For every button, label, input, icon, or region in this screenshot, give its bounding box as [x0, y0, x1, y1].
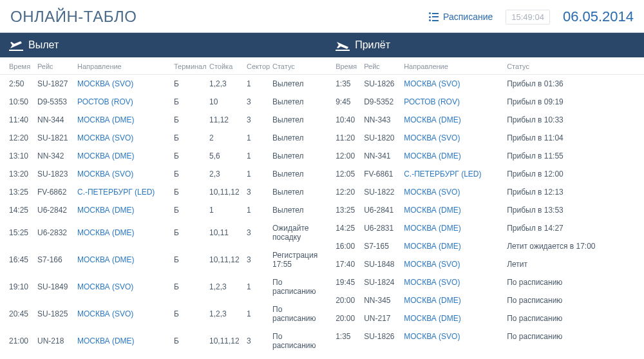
- cell-desk: 10,11,12: [209, 255, 247, 264]
- cell-flight: UN-218: [37, 336, 77, 345]
- cell-time: 20:00: [336, 314, 364, 323]
- departures-title: Вылет: [28, 39, 59, 51]
- arrivals-header: Прилёт: [327, 33, 644, 57]
- destination-link[interactable]: МОСКВА (DME): [404, 115, 461, 124]
- cell-flight: U6-2841: [364, 206, 404, 215]
- destination-link[interactable]: МОСКВА (DME): [77, 228, 135, 237]
- destination-link[interactable]: С.-ПЕТЕРБУРГ (LED): [404, 170, 481, 179]
- cell-flight: SU-1827: [37, 79, 77, 88]
- departures-body: 2:50SU-1827МОСКВА (SVO)Б1,2,31Вылетел10:…: [0, 75, 327, 359]
- page-header: ОНЛАЙН-ТАБЛО Расписание 15:49:04 06.05.2…: [0, 0, 644, 33]
- cell-flight: U6-2842: [37, 206, 77, 215]
- cell-status: Прибыл в 09:19: [507, 97, 635, 106]
- cell-desk: 1,2,3: [209, 282, 247, 291]
- cell-terminal: Б: [174, 309, 209, 318]
- cell-status: Ожидайте посадку: [272, 224, 317, 242]
- cell-time: 16:45: [9, 255, 37, 264]
- col-destination: Направление: [77, 63, 174, 70]
- cell-flight: FV-6862: [37, 188, 77, 197]
- cell-time: 10:40: [336, 115, 364, 124]
- cell-desk: 1,2,3: [209, 79, 247, 88]
- cell-status: Вылетел: [272, 133, 317, 142]
- table-row: 19:45SU-1824МОСКВА (SVO)По расписанию: [327, 273, 644, 291]
- date[interactable]: 06.05.2014: [563, 8, 634, 25]
- cell-time: 10:50: [9, 97, 37, 106]
- table-row: 19:10SU-1849МОСКВА (SVO)Б1,2,31По распис…: [0, 273, 327, 300]
- destination-link[interactable]: МОСКВА (DME): [404, 296, 461, 305]
- col-time: Время: [336, 63, 364, 70]
- cell-status: Прибыл в 11:04: [507, 133, 635, 142]
- cell-desk: 2: [209, 133, 247, 142]
- destination-link[interactable]: МОСКВА (SVO): [404, 79, 460, 88]
- destination-link[interactable]: МОСКВА (DME): [77, 206, 135, 215]
- cell-terminal: Б: [174, 151, 209, 160]
- schedule-label: Расписание: [443, 12, 493, 22]
- cell-time: 12:05: [336, 170, 364, 179]
- destination-link[interactable]: МОСКВА (SVO): [404, 278, 460, 287]
- cell-status: По расписанию: [272, 332, 317, 350]
- destination-link[interactable]: МОСКВА (DME): [404, 314, 461, 323]
- cell-flight: NN-342: [37, 151, 77, 160]
- destination-link[interactable]: МОСКВА (DME): [404, 206, 461, 215]
- cell-status: Вылетел: [272, 79, 317, 88]
- cell-time: 20:00: [336, 296, 364, 305]
- cell-status: По расписанию: [507, 278, 635, 287]
- destination-link[interactable]: МОСКВА (SVO): [404, 260, 460, 269]
- destination-link[interactable]: МОСКВА (SVO): [77, 282, 133, 291]
- cell-terminal: Б: [174, 97, 209, 106]
- destination-link[interactable]: РОСТОВ (ROV): [77, 97, 133, 106]
- cell-time: 11:20: [336, 133, 364, 142]
- cell-flight: SU-1820: [364, 133, 404, 142]
- cell-sector: 3: [247, 115, 272, 124]
- destination-link[interactable]: МОСКВА (SVO): [77, 309, 133, 318]
- cell-status: По расписанию: [507, 296, 635, 305]
- table-row: 11:20SU-1820МОСКВА (SVO)Прибыл в 11:04: [327, 129, 644, 147]
- cell-status: Летит ожидается в 17:00: [507, 242, 635, 251]
- destination-link[interactable]: МОСКВА (DME): [404, 242, 461, 251]
- destination-link[interactable]: МОСКВА (SVO): [77, 79, 133, 88]
- cell-time: 12:20: [336, 188, 364, 197]
- table-row: 21:15NN-346МОСКВА (DME)Б41По расписанию: [0, 354, 327, 359]
- cell-time: 13:25: [9, 188, 37, 197]
- destination-link[interactable]: МОСКВА (DME): [404, 224, 461, 233]
- table-row: 12:20SU-1821МОСКВА (SVO)Б21Вылетел: [0, 129, 327, 147]
- destination-link[interactable]: МОСКВА (SVO): [404, 188, 460, 197]
- cell-status: По расписанию: [507, 314, 635, 323]
- col-desk: Стойка: [209, 63, 247, 70]
- cell-status: Прибыл в 13:53: [507, 206, 635, 215]
- schedule-link[interactable]: Расписание: [429, 12, 493, 22]
- cell-flight: U6-2832: [37, 228, 77, 237]
- destination-link[interactable]: РОСТОВ (ROV): [404, 97, 460, 106]
- cell-desk: 1,2,3: [209, 309, 247, 318]
- cell-desk: 10: [209, 97, 247, 106]
- cell-time: 2:50: [9, 79, 37, 88]
- table-row: 1:35SU-1826МОСКВА (SVO)По расписанию: [327, 327, 644, 345]
- cell-sector: 1: [247, 133, 272, 142]
- cell-flight: NN-341: [364, 151, 404, 160]
- table-row: 1:35SU-1826МОСКВА (SVO)Прибыл в 01:36: [327, 75, 644, 93]
- table-row: 17:40SU-1848МОСКВА (SVO)Летит: [327, 255, 644, 273]
- cell-time: 13:25: [336, 206, 364, 215]
- table-row: 15:25U6-2832МОСКВА (DME)Б10,113Ожидайте …: [0, 219, 327, 246]
- destination-link[interactable]: МОСКВА (SVO): [77, 170, 133, 179]
- destination-link[interactable]: МОСКВА (SVO): [404, 332, 460, 341]
- table-row: 16:45S7-166МОСКВА (DME)Б10,11,123Регистр…: [0, 246, 327, 273]
- table-row: 10:50D9-5353РОСТОВ (ROV)Б103Вылетел: [0, 93, 327, 111]
- cell-flight: S7-165: [364, 242, 404, 251]
- destination-link[interactable]: МОСКВА (SVO): [77, 133, 133, 142]
- destination-link[interactable]: С.-ПЕТЕРБУРГ (LED): [77, 188, 155, 197]
- destination-link[interactable]: МОСКВА (DME): [77, 336, 135, 345]
- destination-link[interactable]: МОСКВА (DME): [77, 255, 135, 264]
- departures-panel: Вылет Время Рейс Направление Терминал Ст…: [0, 33, 327, 359]
- cell-time: 17:40: [336, 260, 364, 269]
- table-row: 14:25U6-2831МОСКВА (DME)Прибыл в 14:27: [327, 219, 644, 237]
- destination-link[interactable]: МОСКВА (DME): [77, 151, 135, 160]
- page-title: ОНЛАЙН-ТАБЛО: [10, 8, 137, 26]
- cell-desk: 5,6: [209, 151, 247, 160]
- destination-link[interactable]: МОСКВА (DME): [404, 151, 461, 160]
- cell-time: 21:00: [9, 336, 37, 345]
- destination-link[interactable]: МОСКВА (SVO): [404, 133, 460, 142]
- clock: 15:49:04: [506, 10, 550, 24]
- cell-desk: 11,12: [209, 115, 247, 124]
- destination-link[interactable]: МОСКВА (DME): [77, 115, 135, 124]
